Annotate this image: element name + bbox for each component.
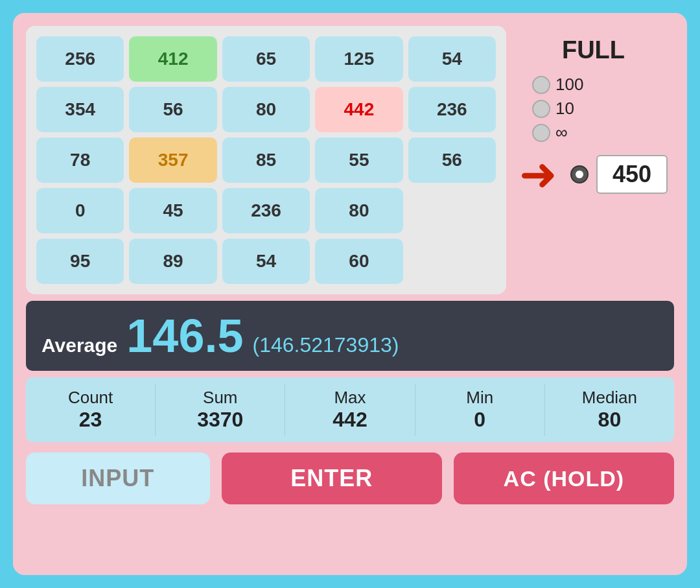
- average-label: Average: [41, 335, 117, 357]
- number-grid: 2564126512554354568044223678357855556045…: [26, 26, 506, 294]
- grid-cell-3[interactable]: 125: [315, 36, 402, 82]
- grid-cell-13[interactable]: 55: [315, 137, 402, 183]
- grid-cell-24: [408, 239, 496, 284]
- grid-cell-17[interactable]: 236: [222, 188, 310, 233]
- top-section: 2564126512554354568044223678357855556045…: [26, 26, 674, 294]
- stat-label-max: Max: [334, 388, 366, 408]
- radio-label-10: 10: [555, 99, 574, 119]
- stat-label-sum: Sum: [203, 388, 237, 408]
- radio-group: 100 10 ∞: [532, 75, 583, 143]
- grid-cell-14[interactable]: 56: [408, 137, 496, 183]
- stat-label-median: Median: [582, 388, 637, 408]
- stat-cell-median: Median 80: [545, 384, 674, 436]
- grid-cell-16[interactable]: 45: [129, 188, 216, 233]
- custom-value-input[interactable]: [596, 155, 668, 194]
- full-label: FULL: [562, 36, 625, 64]
- grid-cell-15[interactable]: 0: [36, 188, 124, 233]
- grid-cell-19: [408, 188, 496, 233]
- grid-cell-9[interactable]: 236: [408, 87, 496, 132]
- stat-value-median: 80: [598, 408, 622, 432]
- ac-button[interactable]: AC (HOLD): [454, 453, 674, 504]
- grid-cell-10[interactable]: 78: [36, 137, 124, 183]
- stat-label-min: Min: [466, 388, 493, 408]
- stat-value-sum: 3370: [197, 408, 243, 432]
- grid-cell-12[interactable]: 85: [222, 137, 310, 183]
- radio-label-100: 100: [555, 75, 583, 95]
- radio-circle-custom[interactable]: [570, 165, 589, 183]
- stat-label-count: Count: [68, 388, 113, 408]
- enter-button[interactable]: ENTER: [222, 453, 442, 504]
- main-container: 2564126512554354568044223678357855556045…: [13, 13, 687, 575]
- radio-circle-10[interactable]: [532, 100, 550, 118]
- grid-cell-4[interactable]: 54: [408, 36, 496, 82]
- grid-cell-2[interactable]: 65: [222, 36, 310, 82]
- stat-value-min: 0: [474, 408, 485, 432]
- grid-cell-5[interactable]: 354: [36, 87, 124, 132]
- stat-cell-max: Max 442: [285, 384, 415, 436]
- radio-item-inf[interactable]: ∞: [532, 123, 583, 143]
- radio-item-10[interactable]: 10: [532, 99, 583, 119]
- grid-cell-11[interactable]: 357: [129, 137, 216, 183]
- button-row: INPUT ENTER AC (HOLD): [26, 449, 674, 508]
- grid-cell-22[interactable]: 54: [222, 239, 310, 284]
- radio-label-inf: ∞: [555, 123, 568, 143]
- stats-row: Count 23Sum 3370Max 442Min 0Median 80: [26, 377, 674, 442]
- grid-cell-21[interactable]: 89: [129, 239, 216, 284]
- grid-cell-0[interactable]: 256: [36, 36, 124, 82]
- stat-value-max: 442: [332, 408, 367, 432]
- grid-cell-23[interactable]: 60: [315, 239, 402, 284]
- grid-cell-8[interactable]: 442: [315, 87, 402, 132]
- radio-circle-inf[interactable]: [532, 124, 550, 142]
- arrow-custom-row: ➜: [519, 152, 668, 197]
- radio-circle-100[interactable]: [532, 76, 550, 94]
- average-big-value: 146.5: [126, 312, 243, 359]
- grid-cell-7[interactable]: 80: [222, 87, 310, 132]
- stat-cell-count: Count 23: [26, 384, 156, 436]
- grid-cell-6[interactable]: 56: [129, 87, 216, 132]
- right-panel: FULL 100 10 ∞ ➜: [513, 26, 674, 294]
- stat-value-count: 23: [79, 408, 102, 432]
- grid-cell-20[interactable]: 95: [36, 239, 124, 284]
- grid-cell-18[interactable]: 80: [315, 188, 402, 233]
- right-arrow-icon: ➜: [519, 152, 557, 197]
- grid-cell-1[interactable]: 412: [129, 36, 216, 82]
- stat-cell-sum: Sum 3370: [156, 384, 285, 436]
- radio-item-100[interactable]: 100: [532, 75, 583, 95]
- average-bar: Average 146.5 (146.52173913): [26, 301, 674, 371]
- stat-cell-min: Min 0: [415, 384, 545, 436]
- average-exact-value: (146.52173913): [252, 333, 399, 357]
- input-button[interactable]: INPUT: [26, 453, 210, 504]
